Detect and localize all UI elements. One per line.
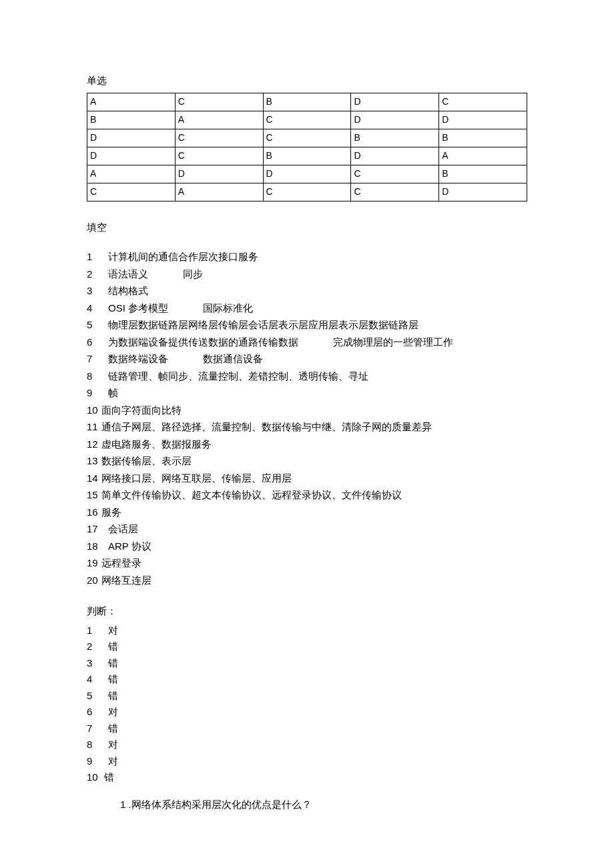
single-choice-tbody: ACBDCBACDDDCCBBDCBDAADDCBCACCD xyxy=(87,93,527,201)
fill-item-text: 链路管理、帧同步、流量控制、差错控制、透明传输、寻址 xyxy=(108,370,368,382)
table-cell: C xyxy=(175,147,263,165)
fill-item-text: 远程登录 xyxy=(101,557,141,568)
fill-item-number: 17 xyxy=(87,522,101,537)
fill-item-number: 7 xyxy=(87,352,101,367)
list-item: 10面向字符面向比特 xyxy=(87,403,527,418)
fill-item-number: 13 xyxy=(87,454,101,469)
fill-item-text: 结构格式 xyxy=(108,285,148,296)
fill-item-number: 2 xyxy=(87,267,101,282)
judge-item-value: 错 xyxy=(108,690,118,701)
table-row: BACDD xyxy=(87,111,527,129)
fill-item-number: 3 xyxy=(87,284,101,299)
fill-item-number: 1 xyxy=(87,250,101,265)
table-cell: C xyxy=(439,93,527,111)
fill-item-text: 简单文件传输协议、超文本传输协议、远程登录协议、文件传输协议 xyxy=(101,489,402,500)
table-row: ADDCB xyxy=(87,165,527,183)
list-item: 3结构格式 xyxy=(87,284,527,299)
judge-item-number: 1 xyxy=(87,623,101,638)
table-cell: D xyxy=(351,147,439,165)
list-item: 6对 xyxy=(87,705,527,720)
fill-item-number: 8 xyxy=(87,369,101,384)
list-item: 8对 xyxy=(87,737,527,753)
judge-item-value: 错 xyxy=(108,723,118,734)
judge-item-value: 错 xyxy=(104,771,114,783)
table-cell: D xyxy=(439,183,527,201)
fill-item-text: 数据传输层、表示层 xyxy=(101,455,192,466)
fill-item-number: 9 xyxy=(87,386,101,401)
list-item: 9帧 xyxy=(87,386,527,401)
fill-item-text: 计算机间的通信合作层次接口服务 xyxy=(108,251,258,262)
heading-judge: 判断： xyxy=(87,604,527,619)
judge-item-value: 对 xyxy=(108,624,118,636)
fill-item-number: 5 xyxy=(87,318,101,333)
fill-item-number: 18 xyxy=(87,539,101,554)
judge-item-value: 错 xyxy=(108,640,118,652)
list-item: 13数据传输层、表示层 xyxy=(87,454,527,469)
table-cell: C xyxy=(351,183,439,201)
document-page: 单选 ACBDCBACDDDCCBBDCBDAADDCBCACCD 填空 1计算… xyxy=(0,0,614,868)
list-item: 7数据终端设备数据通信设备 xyxy=(87,352,527,367)
fill-item-text: 通信子网层、路径选择、流量控制、数据传输与中继、清除子网的质量差异 xyxy=(101,421,432,432)
table-cell: D xyxy=(263,165,351,183)
list-item: 2错 xyxy=(87,639,527,655)
table-cell: C xyxy=(175,93,263,111)
table-cell: A xyxy=(87,165,176,183)
list-item: 17会话层 xyxy=(87,522,527,537)
list-item: 9对 xyxy=(87,754,527,769)
fill-item-text: 网络接口层、网络互联层、传输层、应用层 xyxy=(101,472,292,484)
judge-item-number: 5 xyxy=(87,689,101,704)
fill-item-text: 网络互连层 xyxy=(101,574,151,586)
fill-item-number: 15 xyxy=(87,488,101,503)
fill-item-text-2: 同步 xyxy=(183,268,203,280)
fill-item-text: 语法语义 xyxy=(108,268,148,280)
fill-item-number: 16 xyxy=(87,505,101,520)
judge-item-number: 2 xyxy=(87,639,101,655)
table-cell: A xyxy=(439,147,527,165)
fill-item-number: 10 xyxy=(87,403,101,418)
list-item: 19远程登录 xyxy=(87,556,527,571)
table-cell: D xyxy=(351,111,439,129)
single-choice-table: ACBDCBACDDDCCBBDCBDAADDCBCACCD xyxy=(87,93,527,201)
list-item: 5物理层数据链路层网络层传输层会话层表示层应用层表示层数据链路层 xyxy=(87,318,527,333)
table-cell: C xyxy=(263,183,351,201)
fill-item-text: 物理层数据链路层网络层传输层会话层表示层应用层表示层数据链路层 xyxy=(108,319,418,330)
table-cell: C xyxy=(175,129,263,147)
fill-item-text: 为数据端设备提供传送数据的通路传输数据 xyxy=(108,336,298,348)
list-item: 14网络接口层、网络互联层、传输层、应用层 xyxy=(87,471,527,486)
fill-blank-list: 1计算机间的通信合作层次接口服务2语法语义同步3结构格式4OSI 参考模型国际标… xyxy=(87,250,527,588)
list-item: 7错 xyxy=(87,721,527,737)
judge-item-number: 4 xyxy=(87,672,101,687)
fill-item-number: 14 xyxy=(87,471,101,486)
judge-item-value: 错 xyxy=(108,673,118,685)
heading-fill-blank: 填空 xyxy=(87,220,527,236)
list-item: 10错 xyxy=(87,770,527,785)
fill-item-text: ARP 协议 xyxy=(108,540,151,552)
judge-list: 1对2错3错4错5错6对7错8对9对10错 xyxy=(87,623,527,785)
table-cell: C xyxy=(263,111,351,129)
judge-item-number: 6 xyxy=(87,705,101,720)
heading-single-choice: 单选 xyxy=(87,73,527,89)
judge-item-value: 对 xyxy=(108,706,118,717)
table-cell: A xyxy=(175,183,263,201)
fill-item-number: 19 xyxy=(87,556,101,571)
table-cell: B xyxy=(439,165,527,183)
table-cell: D xyxy=(87,129,176,147)
fill-item-text: 会话层 xyxy=(108,523,138,534)
table-cell: A xyxy=(87,93,176,111)
judge-item-number: 8 xyxy=(87,737,101,753)
fill-item-text: 面向字符面向比特 xyxy=(101,404,182,416)
list-item: 18ARP 协议 xyxy=(87,539,527,554)
table-cell: B xyxy=(263,147,351,165)
list-item: 15简单文件传输协议、超文本传输协议、远程登录协议、文件传输协议 xyxy=(87,488,527,503)
judge-item-number: 9 xyxy=(87,754,101,769)
fill-item-text-2: 国际标准化 xyxy=(203,302,253,314)
essay-question-1: 1 .网络体系结构采用层次化的优点是什么？ xyxy=(120,797,527,813)
fill-item-text: 虚电路服务、数据报服务 xyxy=(101,438,212,450)
fill-item-number: 20 xyxy=(87,573,101,588)
table-cell: B xyxy=(263,93,351,111)
table-cell: D xyxy=(175,165,263,183)
fill-item-number: 4 xyxy=(87,301,101,316)
list-item: 5错 xyxy=(87,689,527,704)
table-row: DCCBB xyxy=(87,129,527,147)
list-item: 2语法语义同步 xyxy=(87,267,527,282)
